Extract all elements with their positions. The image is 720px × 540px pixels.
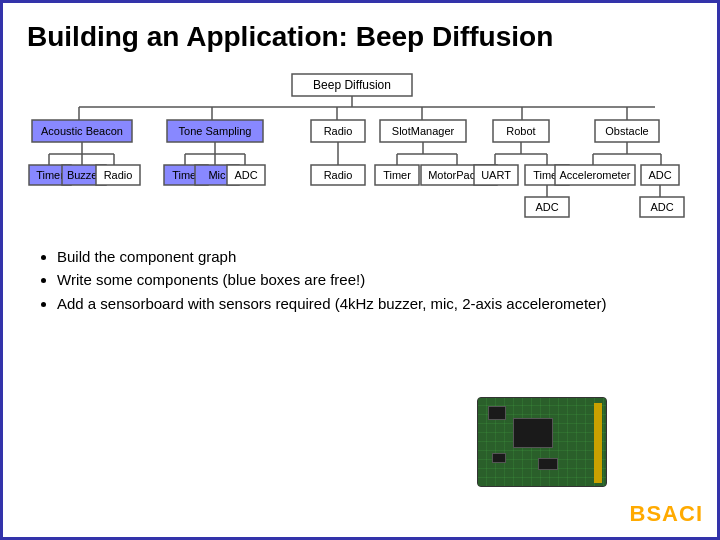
svg-text:Radio: Radio	[324, 125, 353, 137]
tree-diagram: Beep Diffusion Acoustic Beacon Tone Samp…	[27, 67, 707, 237]
bullet-1: Build the component graph	[57, 245, 693, 268]
bullet-3: Add a sensorboard with sensors required …	[57, 292, 693, 315]
bsaci-logo: BSACI	[630, 501, 703, 527]
svg-text:Tone Sampling: Tone Sampling	[179, 125, 252, 137]
svg-text:ADC: ADC	[650, 201, 673, 213]
circuit-board-image	[477, 397, 607, 487]
slide-title: Building an Application: Beep Diffusion	[27, 21, 693, 53]
slide: Building an Application: Beep Diffusion …	[0, 0, 720, 540]
logo-text: BSACI	[630, 501, 703, 527]
svg-text:Obstacle: Obstacle	[605, 125, 648, 137]
svg-text:Acoustic Beacon: Acoustic Beacon	[41, 125, 123, 137]
svg-text:Robot: Robot	[506, 125, 535, 137]
svg-text:Radio: Radio	[324, 169, 353, 181]
svg-text:Radio: Radio	[104, 169, 133, 181]
svg-text:Accelerometer: Accelerometer	[560, 169, 631, 181]
svg-text:ADC: ADC	[234, 169, 257, 181]
svg-text:ADC: ADC	[535, 201, 558, 213]
bullet-list: Build the component graph Write some com…	[27, 245, 693, 315]
bullet-2: Write some components (blue boxes are fr…	[57, 268, 693, 291]
svg-text:SlotManager: SlotManager	[392, 125, 455, 137]
svg-text:Timer: Timer	[36, 169, 64, 181]
svg-text:Timer: Timer	[383, 169, 411, 181]
svg-text:UART: UART	[481, 169, 511, 181]
svg-text:Beep Diffusion: Beep Diffusion	[313, 78, 391, 92]
svg-text:Mic: Mic	[208, 169, 226, 181]
svg-text:ADC: ADC	[648, 169, 671, 181]
